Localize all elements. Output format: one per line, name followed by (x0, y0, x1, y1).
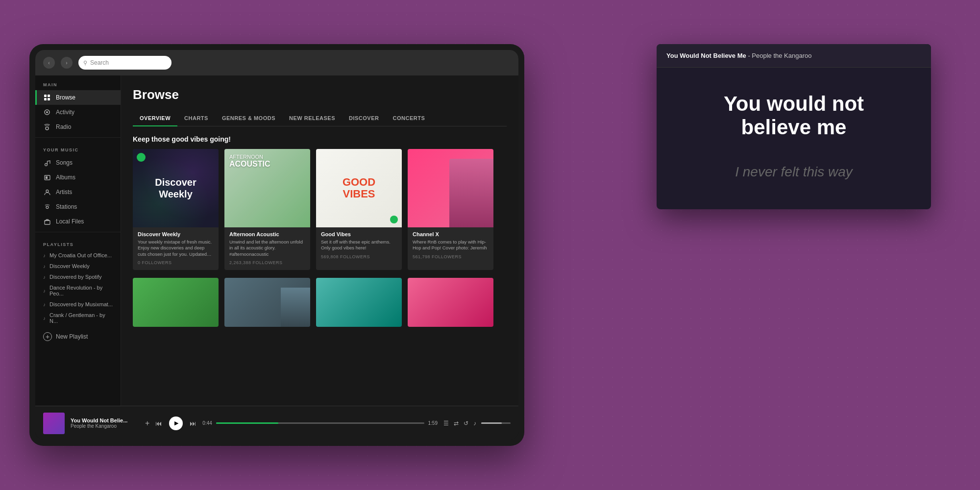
queue-icon[interactable]: ☰ (443, 420, 449, 427)
sidebar-playlist-1[interactable]: ♪ My Croatia Out of Office... (35, 250, 121, 261)
sidebar-playlist-4[interactable]: ♪ Dance Revolution - by Peo... (35, 282, 121, 299)
lyrics-popup: You Would Not Believe Me - People the Ka… (657, 44, 931, 209)
sidebar-main-label: MAIN (35, 75, 121, 90)
sidebar-radio-label: Radio (56, 123, 71, 130)
small-card-4[interactable] (408, 278, 493, 327)
sidebar-music-label: YOUR MUSIC (35, 141, 121, 155)
sidebar-artists-label: Artists (56, 189, 72, 196)
radio-icon (43, 123, 51, 131)
card-discover-name: Discover Weekly (138, 231, 214, 237)
play-pause-button[interactable]: ▶ (169, 416, 183, 430)
sidebar-item-songs[interactable]: Songs (35, 155, 121, 170)
card-good-vibes[interactable]: GOODVIBES Good Vibes Set it off with the… (316, 149, 402, 270)
player-track-info: You Would Not Belie... People the Kangar… (71, 417, 139, 429)
search-placeholder: Search (90, 59, 109, 66)
card-afternoon-acoustic[interactable]: AFTERNOON ACOUSTIC Afternoon Acoustic Un… (224, 149, 310, 270)
card-acoustic-text: AFTERNOON ACOUSTIC (229, 154, 270, 169)
section-title: Keep those good vibes going! (121, 126, 518, 149)
sidebar-item-albums[interactable]: Albums (35, 170, 121, 185)
spotify-logo (137, 153, 146, 162)
player-add-button[interactable]: + (145, 419, 149, 428)
tab-concerts[interactable]: CONCERTS (386, 110, 432, 126)
browse-icon (43, 94, 51, 101)
search-box[interactable]: ⚲ Search (78, 56, 172, 70)
svg-rect-2 (44, 98, 47, 100)
card-goodvibes-desc: Set it off with these epic anthems. Only… (321, 239, 397, 251)
player-thumbnail (43, 413, 65, 434)
forward-button[interactable]: › (61, 57, 73, 69)
stations-icon (43, 203, 51, 211)
volume-icon[interactable]: ♪ (473, 420, 476, 427)
new-playlist-button[interactable]: + New Playlist (35, 328, 121, 345)
card-channelx-name: Channel X (413, 231, 489, 237)
sidebar-item-activity[interactable]: Activity (35, 105, 121, 120)
sidebar-playlist-3[interactable]: ♪ Discovered by Spotify (35, 271, 121, 282)
sidebar-activity-label: Activity (56, 109, 74, 116)
artists-icon (43, 188, 51, 196)
prev-button[interactable]: ⏮ (155, 419, 162, 427)
sidebar-playlist-6[interactable]: ♪ Crank / Gentleman - by N... (35, 310, 121, 326)
sidebar-local-files-label: Local Files (56, 218, 84, 225)
card-discover-info: Discover Weekly Your weekly mixtape of f… (133, 227, 219, 270)
sidebar-playlist-5[interactable]: ♪ Discovered by Musixmat... (35, 299, 121, 310)
sidebar-browse-label: Browse (56, 94, 75, 101)
sidebar-item-radio[interactable]: Radio (35, 120, 121, 134)
playlist-3-label: Discovered by Spotify (49, 274, 101, 280)
activity-icon (43, 108, 51, 116)
tab-charts[interactable]: CHARTS (177, 110, 215, 126)
card-acoustic-name: Afternoon Acoustic (229, 231, 305, 237)
cards-row-2 (121, 278, 518, 327)
sidebar-albums-label: Albums (56, 174, 75, 181)
tab-new-releases[interactable]: NEW RELEASES (282, 110, 342, 126)
card-acoustic-followers: 2,263,388 FOLLOWERS (229, 260, 305, 265)
playlist-6-label: Crank / Gentleman - by N... (49, 312, 113, 324)
sidebar-item-artists[interactable]: Artists (35, 185, 121, 199)
tab-genres-moods[interactable]: GENRES & MOODS (215, 110, 282, 126)
card-discover-weekly[interactable]: Discover Weekly Discover Weekly Your wee… (133, 149, 219, 270)
sidebar-item-local-files[interactable]: Local Files (35, 214, 121, 229)
card-channel-x[interactable]: Channel X Where RnB comes to play with H… (408, 149, 493, 270)
progress-bar[interactable] (216, 422, 424, 424)
small-card-1[interactable] (133, 278, 219, 327)
lyrics-header-text: You Would Not Believe Me - People the Ka… (666, 52, 921, 59)
repeat-icon[interactable]: ↺ (464, 420, 468, 427)
card-discover-desc: Your weekly mixtape of fresh music. Enjo… (138, 239, 214, 257)
songs-icon (43, 159, 51, 167)
next-button[interactable]: ⏭ (190, 419, 196, 427)
sidebar-item-stations[interactable]: Stations (35, 199, 121, 214)
shuffle-icon[interactable]: ⇄ (454, 420, 459, 427)
card-acoustic-desc: Unwind and let the afternoon unfold in a… (229, 239, 305, 257)
card-goodvibes-badge (390, 216, 398, 223)
progress-area: 0:44 1:59 (202, 420, 438, 426)
playlist-2-label: Discover Weekly (49, 263, 90, 269)
card-channelx-figure (449, 159, 493, 227)
sidebar-playlists-label: PLAYLISTS (35, 235, 121, 250)
svg-rect-3 (48, 98, 50, 100)
lyrics-secondary-text: I never felt this way (676, 164, 911, 180)
sidebar-divider-1 (35, 137, 121, 138)
lyrics-line2: believe me (741, 116, 847, 139)
progress-fill (216, 422, 278, 424)
playlist-4-label: Dance Revolution - by Peo... (49, 285, 113, 296)
small-card-3[interactable] (316, 278, 402, 327)
tab-overview[interactable]: OVERVIEW (133, 110, 177, 126)
svg-point-10 (46, 190, 49, 192)
lyrics-body: You would not believe me I never felt th… (657, 68, 931, 209)
player-right-controls: ☰ ⇄ ↺ ♪ (443, 420, 511, 427)
small-card-2[interactable] (224, 278, 310, 327)
sidebar-playlist-2[interactable]: ♪ Discover Weekly (35, 261, 121, 271)
app-body: MAIN Browse (35, 75, 518, 406)
card-goodvibes-name: Good Vibes (321, 231, 397, 237)
plus-circle-icon: + (43, 332, 52, 341)
card-acoustic-image: AFTERNOON ACOUSTIC (224, 149, 310, 227)
card-discover-image: Discover Weekly (133, 149, 219, 227)
lyrics-main-text: You would not believe me (676, 92, 911, 140)
tab-discover[interactable]: DISCOVER (342, 110, 386, 126)
player-track-name: You Would Not Belie... (71, 417, 139, 423)
lyrics-line1: You would not (724, 92, 864, 115)
back-button[interactable]: ‹ (43, 57, 55, 69)
volume-bar[interactable] (481, 422, 511, 424)
card-goodvibes-text: GOODVIBES (343, 176, 375, 200)
lyrics-header: You Would Not Believe Me - People the Ka… (657, 44, 931, 68)
sidebar-item-browse[interactable]: Browse (35, 90, 121, 105)
